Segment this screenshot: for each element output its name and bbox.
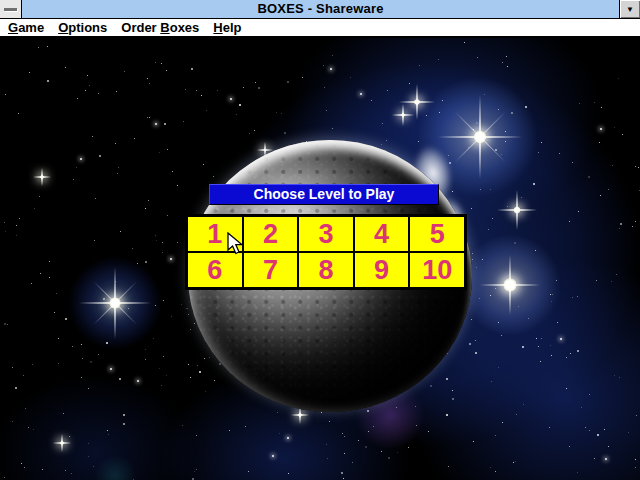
- game-area: Choose Level to Play 1 2 3 4 5 6 7 8 9 1…: [0, 38, 640, 480]
- level-button-8[interactable]: 8: [298, 252, 354, 288]
- system-menu-icon: [4, 8, 17, 11]
- level-dialog-title: Choose Level to Play: [209, 184, 439, 205]
- star-icon: [33, 168, 51, 186]
- mouse-cursor-icon: [227, 232, 249, 256]
- level-button-3[interactable]: 3: [298, 216, 354, 252]
- star-icon: [480, 255, 540, 315]
- level-button-9[interactable]: 9: [354, 252, 410, 288]
- level-button-2[interactable]: 2: [243, 216, 299, 252]
- minimize-button[interactable]: ▼: [619, 0, 640, 18]
- menu-order-boxes[interactable]: Order Boxes: [114, 19, 206, 36]
- star-icon: [53, 434, 71, 452]
- star-icon: [79, 267, 151, 339]
- level-button-5[interactable]: 5: [409, 216, 465, 252]
- level-button-7[interactable]: 7: [243, 252, 299, 288]
- level-button-4[interactable]: 4: [354, 216, 410, 252]
- menu-game[interactable]: Game: [1, 19, 51, 36]
- star-icon: [497, 190, 537, 230]
- menubar: Game Options Order Boxes Help: [0, 19, 640, 38]
- window-title: BOXES - Shareware: [22, 0, 619, 18]
- level-button-6[interactable]: 6: [187, 252, 243, 288]
- system-menu-button[interactable]: [0, 0, 22, 18]
- minimize-icon: ▼: [626, 5, 634, 14]
- level-button-10[interactable]: 10: [409, 252, 465, 288]
- menu-help[interactable]: Help: [206, 19, 248, 36]
- menu-options[interactable]: Options: [51, 19, 114, 36]
- titlebar[interactable]: BOXES - Shareware ▼: [0, 0, 640, 19]
- star-icon: [392, 104, 414, 126]
- app-window: BOXES - Shareware ▼ Game Options Order B…: [0, 0, 640, 480]
